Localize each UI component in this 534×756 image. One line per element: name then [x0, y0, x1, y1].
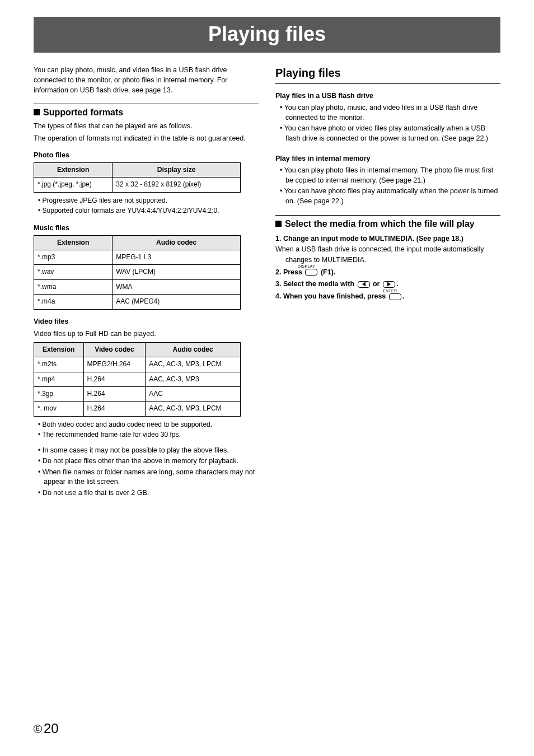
right-arrow-key-icon: [383, 281, 395, 288]
playing-files-heading: Playing files: [275, 65, 500, 84]
music-th-ext: Extension: [34, 235, 113, 250]
page-number-value: 20: [44, 721, 59, 736]
bullet-square-icon: [275, 221, 282, 227]
internal-bullets: You can play photo files in internal mem…: [275, 166, 500, 206]
right-column: Playing files Play files in a USB flash …: [275, 65, 500, 503]
list-item: In some cases it may not be possible to …: [36, 446, 259, 456]
left-column: You can play photo, music, and video fil…: [34, 65, 259, 503]
table-row: *.m2tsMPEG2/H.264AAC, AC-3, MP3, LPCM: [34, 357, 241, 372]
photo-notes: Progressive JPEG files are not supported…: [34, 196, 259, 216]
list-item: You can have photo files play automatica…: [278, 186, 500, 206]
list-item: Do not use a file that is over 2 GB.: [36, 488, 259, 498]
music-files-table: Extension Audio codec *.mp3MPEG-1 L3 *.w…: [34, 235, 241, 310]
photo-files-table: Extension Display size *.jpg (*.jpeg, *.…: [34, 162, 241, 193]
usb-heading: Play files in a USB flash drive: [275, 91, 500, 101]
supported-formats-heading: Supported formats: [34, 104, 259, 119]
list-item: Progressive JPEG files are not supported…: [38, 196, 259, 206]
video-th-acodec: Audio codec: [146, 342, 241, 357]
list-item: You can play photo files in internal mem…: [278, 166, 500, 185]
steps-list: Change an input mode to MULTIMEDIA. (See…: [275, 234, 500, 302]
supported-desc-2: The operation of formats not indicated i…: [34, 133, 259, 143]
table-row: *.wavWAV (LPCM): [34, 265, 241, 279]
general-notes: In some cases it may not be possible to …: [34, 446, 259, 498]
left-arrow-key-icon: [358, 281, 370, 288]
video-files-heading: Video files: [34, 316, 259, 326]
video-th-ext: Extension: [34, 342, 84, 357]
list-item: When file names or folder names are long…: [36, 468, 259, 487]
list-item: Both video codec and audio codec need to…: [38, 420, 259, 430]
table-row: *. movH.264AAC, AC-3, MP3, LPCM: [34, 402, 241, 416]
step-2: Press DISPLAY (F1).: [275, 267, 500, 278]
music-th-codec: Audio codec: [113, 235, 241, 250]
list-item: The recommended frame rate for video 30 …: [38, 430, 259, 440]
display-key-icon: DISPLAY: [305, 269, 317, 276]
supported-desc-1: The types of files that can be played ar…: [34, 121, 259, 131]
list-item: Do not place files other than the above …: [36, 456, 259, 466]
usb-bullets: You can play photo, music, and video fil…: [275, 103, 500, 143]
photo-files-heading: Photo files: [34, 150, 259, 160]
list-item: You can have photo or video files play a…: [278, 124, 500, 143]
table-row: *.jpg (*.jpeg, *.jpe) 32 x 32 - 8192 x 8…: [34, 178, 241, 192]
table-row: *.mp3MPEG-1 L3: [34, 250, 241, 265]
supported-formats-label: Supported formats: [43, 106, 123, 119]
table-row: *.3gpH.264AAC: [34, 387, 241, 402]
table-row: *.wmaWMA: [34, 279, 241, 294]
table-row: *.mp4H.264AAC, AC-3, MP3: [34, 372, 241, 386]
list-item: You can play photo, music, and video fil…: [278, 103, 500, 123]
intro-text: You can play photo, music, and video fil…: [34, 65, 259, 95]
step-1: Change an input mode to MULTIMEDIA. (See…: [275, 234, 500, 265]
select-media-label: Select the media from which the file wil…: [285, 217, 475, 230]
table-row: *.m4aAAC (MPEG4): [34, 295, 241, 309]
video-notes: Both video codec and audio codec need to…: [34, 420, 259, 440]
photo-th-ext: Extension: [34, 162, 113, 177]
page-number: E 20: [34, 721, 59, 736]
video-files-table: Extension Video codec Audio codec *.m2ts…: [34, 342, 241, 417]
internal-heading: Play files in internal memory: [275, 153, 500, 164]
select-media-heading: Select the media from which the file wil…: [275, 215, 500, 230]
step-4: When you have finished, press ENTER.: [275, 291, 500, 302]
page-title-bar: Playing files: [34, 17, 500, 53]
bullet-square-icon: [34, 109, 40, 115]
video-th-vcodec: Video codec: [83, 342, 146, 357]
music-files-heading: Music files: [34, 223, 259, 233]
video-desc: Video files up to Full HD can be played.: [34, 329, 259, 339]
photo-th-size: Display size: [113, 162, 241, 177]
enter-key-icon: ENTER: [389, 293, 401, 300]
circle-e-icon: E: [34, 725, 42, 733]
list-item: Supported color formats are YUV4:4:4/YUV…: [38, 206, 259, 216]
